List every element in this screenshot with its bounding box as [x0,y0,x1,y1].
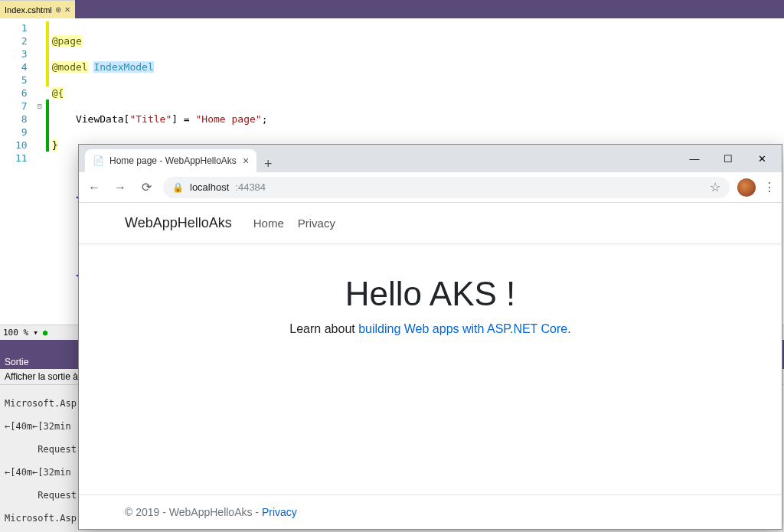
page-navbar: WebAppHelloAks Home Privacy [79,203,782,244]
page-main: Hello AKS ! Learn about building Web app… [79,244,782,494]
bookmark-star-icon[interactable]: ☆ [710,180,720,194]
minimize-button[interactable]: — [679,148,710,169]
page-footer: © 2019 - WebAppHelloAks - Privacy [79,494,782,529]
lock-icon: 🔒 [172,182,184,193]
url-port: :44384 [235,181,266,193]
favicon-icon: 📄 [93,155,103,166]
fold-toggle-icon[interactable]: ⊟ [34,100,46,113]
nav-home-link[interactable]: Home [253,217,284,230]
window-controls: — ☐ ✕ [679,148,777,169]
page-heading: Hello AKS ! [79,275,782,313]
close-icon[interactable]: ✕ [64,5,70,14]
footer-privacy-link[interactable]: Privacy [262,506,297,518]
page-lead: Learn about building Web apps with ASP.N… [79,322,782,336]
reload-button[interactable]: ⟳ [137,180,155,194]
maximize-button[interactable]: ☐ [713,148,743,169]
url-input[interactable]: 🔒 localhost:44384 ☆ [163,177,730,198]
address-bar: ← → ⟳ 🔒 localhost:44384 ☆ ⋮ [79,172,782,203]
tab-label: Index.cshtml [5,5,52,15]
forward-button[interactable]: → [111,181,129,194]
docs-link[interactable]: building Web apps with ASP.NET Core [358,322,567,335]
close-button[interactable]: ✕ [746,148,777,169]
new-tab-button[interactable]: + [256,156,280,172]
tab-title: Home page - WebAppHelloAks [109,155,237,166]
zoom-level[interactable]: 100 % [3,328,28,338]
editor-tab-index[interactable]: Index.cshtml ⊕ ✕ [0,0,75,18]
rendered-page: WebAppHelloAks Home Privacy Hello AKS ! … [79,203,782,529]
url-host: localhost [190,181,229,193]
profile-avatar[interactable] [737,178,756,197]
brand-link[interactable]: WebAppHelloAks [125,215,232,231]
zoom-dropdown-icon[interactable]: ▾ [33,328,38,338]
nav-privacy-link[interactable]: Privacy [298,217,335,230]
browser-window: 📄 Home page - WebAppHelloAks × + — ☐ ✕ ←… [78,144,782,530]
browser-tab-active[interactable]: 📄 Home page - WebAppHelloAks × [85,149,256,172]
status-ok-icon: ● [43,328,48,338]
editor-tab-bar: Index.cshtml ⊕ ✕ [0,0,784,18]
back-button[interactable]: ← [85,181,103,194]
pin-icon[interactable]: ⊕ [55,5,61,14]
line-number-gutter: 1 2 3 4 5 6 7 8 9 10 11 [0,18,34,340]
kebab-menu-icon[interactable]: ⋮ [763,180,776,194]
browser-tab-strip: 📄 Home page - WebAppHelloAks × + — ☐ ✕ [79,145,782,172]
fold-gutter: ⊟ [34,18,46,340]
close-icon[interactable]: × [243,155,249,167]
